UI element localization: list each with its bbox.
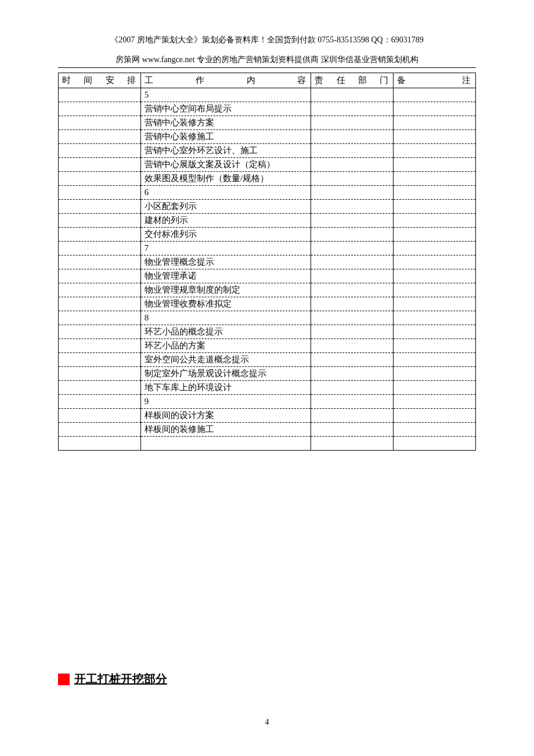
cell-content: 7	[140, 242, 311, 255]
cell-time	[59, 144, 141, 158]
cell-time	[59, 311, 141, 325]
cell-dept	[311, 158, 394, 172]
cell-content: 物业管理概念提示	[140, 255, 311, 269]
table-row: 营销中心展版文案及设计（定稿）	[59, 158, 476, 172]
cell-content: 6	[140, 186, 311, 200]
cell-note	[394, 395, 476, 409]
cell-dept	[311, 297, 394, 311]
cell-content: 制定室外广场景观设计概念提示	[140, 367, 311, 381]
cell-content: 环艺小品的方案	[140, 339, 311, 353]
cell-note	[394, 381, 476, 395]
cell-dept	[311, 395, 394, 409]
header-line-1: 《2007 房地产策划大全》策划必备资料库！全国货到付款 0755-835135…	[58, 35, 476, 45]
cell-note	[394, 367, 476, 381]
th-dept: 责任部门	[311, 73, 394, 88]
cell-content: 室外空间公共走道概念提示	[140, 353, 311, 367]
table-row: 样板间的设计方案	[59, 409, 476, 423]
cell-dept	[311, 242, 394, 255]
table-row: 营销中心装修施工	[59, 130, 476, 144]
cell-time	[59, 353, 141, 367]
table-row: 物业管理收费标准拟定	[59, 297, 476, 311]
table-row: 营销中心空间布局提示	[59, 102, 476, 116]
red-square-icon	[58, 674, 70, 685]
cell-time	[59, 269, 141, 283]
cell-time	[59, 102, 141, 116]
table-row: 交付标准列示	[59, 228, 476, 242]
cell-note	[394, 297, 476, 311]
cell-content: 物业管理收费标准拟定	[140, 297, 311, 311]
table-row: 效果图及模型制作（数量/规格）	[59, 172, 476, 186]
cell-dept	[311, 255, 394, 269]
cell-dept	[311, 381, 394, 395]
cell-note	[394, 311, 476, 325]
th-content: 工作内容	[140, 73, 311, 88]
cell-dept	[311, 88, 394, 102]
cell-dept	[311, 283, 394, 297]
cell-note	[394, 242, 476, 255]
cell-time	[59, 297, 141, 311]
cell-dept	[311, 423, 394, 437]
cell-content: 环艺小品的概念提示	[140, 325, 311, 339]
section-heading: 开工打桩开挖部分	[58, 671, 476, 687]
cell-time	[59, 130, 141, 144]
cell-dept	[311, 437, 394, 451]
cell-time	[59, 214, 141, 228]
table-row: 8	[59, 311, 476, 325]
cell-content: 样板间的装修施工	[140, 423, 311, 437]
section-title: 开工打桩开挖部分	[74, 671, 167, 687]
cell-time	[59, 437, 141, 451]
cell-note	[394, 353, 476, 367]
cell-time	[59, 242, 141, 255]
cell-content: 营销中心装修施工	[140, 130, 311, 144]
table-header-row: 时间安排 工作内容 责任部门 备注	[59, 73, 476, 88]
cell-time	[59, 200, 141, 214]
cell-dept	[311, 367, 394, 381]
cell-dept	[311, 200, 394, 214]
cell-content: 9	[140, 395, 311, 409]
schedule-table: 时间安排 工作内容 责任部门 备注 5营销中心空间布局提示营销中心装修方案营销中…	[58, 73, 476, 451]
cell-time	[59, 88, 141, 102]
cell-note	[394, 158, 476, 172]
cell-note	[394, 172, 476, 186]
cell-dept	[311, 353, 394, 367]
page-number: 4	[0, 718, 534, 727]
th-time: 时间安排	[59, 73, 141, 88]
cell-time	[59, 367, 141, 381]
cell-note	[394, 283, 476, 297]
cell-content: 营销中心展版文案及设计（定稿）	[140, 158, 311, 172]
cell-dept	[311, 214, 394, 228]
cell-note	[394, 255, 476, 269]
cell-time	[59, 381, 141, 395]
table-row: 小区配套列示	[59, 200, 476, 214]
cell-dept	[311, 172, 394, 186]
cell-content	[140, 437, 311, 451]
cell-note	[394, 214, 476, 228]
cell-note	[394, 437, 476, 451]
cell-content: 小区配套列示	[140, 200, 311, 214]
table-row: 建材的列示	[59, 214, 476, 228]
cell-content: 物业管理承诺	[140, 269, 311, 283]
table-row: 环艺小品的方案	[59, 339, 476, 353]
cell-dept	[311, 116, 394, 130]
cell-note	[394, 102, 476, 116]
table-row: 室外空间公共走道概念提示	[59, 353, 476, 367]
cell-time	[59, 395, 141, 409]
header-line-2: 房策网 www.fangce.net 专业的房地产营销策划资料提供商 深圳华信基…	[58, 55, 476, 65]
table-row: 5	[59, 88, 476, 102]
cell-dept	[311, 325, 394, 339]
table-row	[59, 437, 476, 451]
table-row: 地下车库上的环境设计	[59, 381, 476, 395]
cell-note	[394, 325, 476, 339]
table-row: 样板间的装修施工	[59, 423, 476, 437]
cell-content: 效果图及模型制作（数量/规格）	[140, 172, 311, 186]
cell-dept	[311, 186, 394, 200]
table-row: 9	[59, 395, 476, 409]
table-row: 物业管理概念提示	[59, 255, 476, 269]
cell-note	[394, 88, 476, 102]
cell-dept	[311, 130, 394, 144]
cell-dept	[311, 409, 394, 423]
cell-time	[59, 255, 141, 269]
cell-time	[59, 116, 141, 130]
cell-content: 营销中心空间布局提示	[140, 102, 311, 116]
cell-time	[59, 172, 141, 186]
